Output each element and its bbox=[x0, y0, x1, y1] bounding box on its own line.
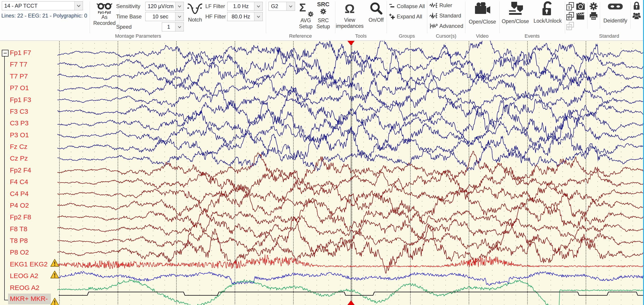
lf-filter-select[interactable]: 1.0 Hz bbox=[227, 2, 263, 11]
channel-label[interactable]: Fp1 F7 bbox=[10, 49, 31, 57]
notch-label: Notch bbox=[188, 17, 202, 23]
montage-select[interactable]: 14 - AP TCCT bbox=[2, 1, 83, 10]
lock-unlock-label: Lock/Unlock bbox=[534, 18, 562, 24]
settings-button[interactable] bbox=[589, 2, 598, 11]
montage-collapse-toggle[interactable] bbox=[2, 50, 8, 57]
channel-label[interactable]: EKG1 EKG2 bbox=[10, 260, 48, 268]
montage-select-value: 14 - AP TCCT bbox=[2, 3, 74, 9]
channel-label[interactable]: F4 C4 bbox=[10, 178, 28, 186]
sensitivity-select[interactable]: 120 µV/cm bbox=[145, 2, 184, 11]
svg-text:T: T bbox=[568, 6, 570, 10]
timebase-select[interactable]: 10 sec bbox=[145, 12, 184, 21]
channel-label[interactable]: F7 T7 bbox=[10, 61, 27, 68]
as-recorded-button[interactable]: Fp1-Fp2 As Recorded bbox=[90, 2, 118, 26]
collapse-all-label: Collapse All bbox=[397, 3, 425, 10]
chevron-down-icon[interactable] bbox=[175, 2, 184, 11]
video-open-close-button[interactable]: Open/Close bbox=[467, 2, 498, 25]
chevron-down-icon[interactable] bbox=[254, 12, 262, 21]
notch-filter-icon bbox=[188, 2, 203, 17]
events-open-close-label: Open/Close bbox=[502, 18, 529, 25]
wave-page-button[interactable] bbox=[566, 12, 575, 21]
channel-label[interactable]: C3 P3 bbox=[10, 119, 28, 127]
speed-label: Speed bbox=[116, 23, 132, 31]
ruler-cursor-button[interactable]: Ruler bbox=[430, 2, 452, 9]
group-label-events: Events bbox=[500, 33, 565, 39]
channel-label[interactable]: LEOG A2 bbox=[10, 272, 38, 280]
lock-study-button[interactable] bbox=[632, 1, 641, 10]
avg-setup-button[interactable]: Σ AVG Setup bbox=[297, 1, 314, 30]
event-markers-icon bbox=[507, 2, 524, 16]
channel-label[interactable]: Fp2 F8 bbox=[10, 213, 31, 221]
warning-icon[interactable] bbox=[50, 270, 59, 279]
video-open-close-label: Open/Close bbox=[469, 19, 496, 25]
group-label-video: Video bbox=[465, 33, 500, 39]
ribbon-toolbar: 14 - AP TCCT Lines: 22 - EEG: 21 - Polyg… bbox=[0, 0, 644, 41]
warning-icon[interactable] bbox=[50, 297, 59, 305]
divider bbox=[387, 1, 387, 33]
channel-label[interactable]: C4 P4 bbox=[10, 190, 28, 198]
warning-icon[interactable] bbox=[50, 259, 59, 268]
hf-filter-select[interactable]: 80.0 Hz bbox=[227, 12, 263, 21]
cursor-marker-top[interactable] bbox=[348, 41, 354, 46]
text-page-button[interactable]: T bbox=[566, 2, 575, 11]
impedance-line1: View bbox=[344, 17, 355, 23]
divider bbox=[500, 1, 500, 33]
as-recorded-caption: Fp1-Fp2 bbox=[98, 10, 111, 14]
users-button[interactable] bbox=[632, 11, 641, 20]
collapse-all-button[interactable]: Collapse All bbox=[389, 3, 425, 10]
channel-label[interactable]: Fp2 F4 bbox=[10, 166, 31, 174]
video-clip-button[interactable] bbox=[576, 12, 585, 21]
src-setup-line1: SRC bbox=[318, 18, 329, 24]
speed-select[interactable]: 1 bbox=[162, 23, 184, 31]
events-open-close-button[interactable]: Open/Close bbox=[501, 2, 530, 25]
eeg-trace-area[interactable]: Fp1 F7F7 T7T7 P7P7 O1Fp1 F3F3 C3C3 P3P3 … bbox=[0, 41, 644, 305]
chevron-down-icon[interactable] bbox=[175, 12, 184, 21]
snapshot-button[interactable] bbox=[576, 2, 585, 11]
eeg-waveforms-canvas[interactable] bbox=[0, 41, 644, 305]
unlock-icon bbox=[541, 1, 554, 16]
reference-select[interactable]: G2 bbox=[268, 2, 295, 11]
channel-label[interactable]: T7 P7 bbox=[10, 73, 28, 80]
notch-button[interactable]: Notch bbox=[186, 2, 204, 23]
divider bbox=[630, 2, 630, 29]
channel-label[interactable]: P8 O2 bbox=[10, 248, 29, 256]
chevron-down-icon[interactable] bbox=[254, 2, 262, 11]
print-button[interactable] bbox=[589, 12, 598, 21]
standard-cursor-button[interactable]: Standard bbox=[430, 13, 461, 19]
channel-label[interactable]: T8 P8 bbox=[10, 237, 28, 244]
events-lock-unlock-button[interactable]: Lock/Unlock bbox=[532, 1, 564, 24]
chevron-down-icon[interactable] bbox=[74, 2, 83, 10]
channel-label[interactable]: P7 O1 bbox=[10, 84, 29, 92]
chevron-down-icon[interactable] bbox=[286, 2, 295, 11]
tools-onoff-button[interactable]: On/Off bbox=[365, 2, 387, 23]
lock-icon bbox=[633, 2, 640, 10]
deidentify-button[interactable]: Deidentify bbox=[601, 4, 630, 24]
photo-camera-icon bbox=[576, 3, 585, 10]
view-impedances-button[interactable]: Ω View impedances bbox=[336, 1, 364, 29]
group-label-cursors: Cursor(s) bbox=[427, 33, 465, 39]
src-setup-button[interactable]: SRC SRC Setup bbox=[315, 1, 332, 30]
montage-summary: Lines: 22 - EEG: 21 - Polygraphic: 0 bbox=[1, 11, 87, 20]
expand-all-button[interactable]: Expand All bbox=[389, 14, 422, 20]
glasses-icon bbox=[96, 2, 112, 10]
divider bbox=[465, 1, 465, 33]
channel-label[interactable]: Cz Pz bbox=[10, 155, 28, 162]
group-label-reference: Reference bbox=[266, 33, 335, 39]
channel-label[interactable]: Fp1 F3 bbox=[10, 96, 31, 104]
divider bbox=[90, 1, 90, 33]
advanced-cursor-label: Advanced bbox=[439, 23, 463, 29]
channel-label[interactable]: REOG A2 bbox=[10, 284, 40, 291]
channel-label[interactable]: P3 O1 bbox=[10, 131, 29, 139]
cursor-marker-bottom[interactable] bbox=[348, 300, 354, 305]
channel-label[interactable]: F8 T8 bbox=[10, 225, 27, 233]
channel-label[interactable]: F3 C3 bbox=[10, 108, 28, 115]
channel-label[interactable]: P4 O2 bbox=[10, 202, 29, 209]
channel-label[interactable]: Fz Cz bbox=[10, 143, 27, 150]
channel-label[interactable]: MKR+ MKR- bbox=[8, 293, 51, 304]
chevron-down-icon[interactable] bbox=[175, 23, 184, 31]
ruler-cursor-label: Ruler bbox=[439, 2, 452, 9]
advanced-cursor-button[interactable]: Advanced bbox=[430, 23, 463, 29]
onoff-label: On/Off bbox=[368, 17, 384, 23]
text-page-icon: T bbox=[566, 2, 574, 11]
lf-filter-value: 1.0 Hz bbox=[228, 3, 254, 10]
